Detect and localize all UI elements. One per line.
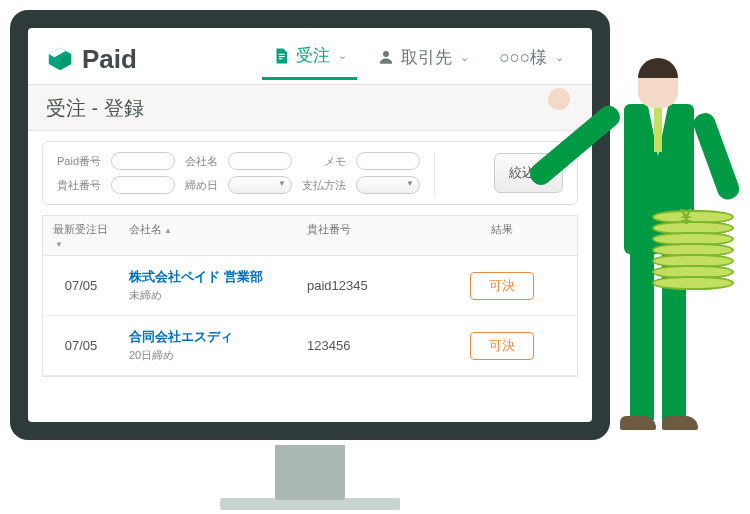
filter-memo-label: メモ	[302, 154, 346, 169]
yen-icon: ¥	[680, 204, 692, 230]
page-title: 受注 - 登録	[28, 85, 592, 131]
nav-orders[interactable]: 受注 ⌄	[262, 38, 357, 80]
filter-closing-select[interactable]	[228, 176, 292, 194]
cell-date: 07/05	[43, 278, 119, 293]
th-company[interactable]: 会社名▲	[119, 216, 297, 255]
chevron-down-icon: ⌄	[338, 49, 347, 62]
status-badge-approved[interactable]: 可決	[470, 332, 534, 360]
cell-your-no: paid12345	[297, 278, 427, 293]
orders-table: 最新受注日▼ 会社名▲ 貴社番号 結果 07/05 株式会社ペイド 営業部 未締…	[42, 215, 578, 377]
cell-date: 07/05	[43, 338, 119, 353]
filter-panel: Paid番号 会社名 メモ 貴社番号 締め日 支払方法 絞込み	[42, 141, 578, 205]
chevron-down-icon: ⌄	[460, 51, 469, 64]
chevron-down-icon: ⌄	[555, 51, 564, 64]
filter-company-input[interactable]	[228, 152, 292, 170]
cell-result: 可決	[427, 272, 577, 300]
document-icon	[272, 47, 290, 65]
svg-rect-3	[279, 53, 285, 54]
divider	[434, 152, 435, 194]
company-link[interactable]: 合同会社エスディ	[129, 328, 287, 346]
filter-your-no-input[interactable]	[111, 176, 175, 194]
filter-memo-input[interactable]	[356, 152, 420, 170]
sort-desc-icon: ▼	[55, 240, 63, 249]
filter-company-label: 会社名	[185, 154, 218, 169]
table-header: 最新受注日▼ 会社名▲ 貴社番号 結果	[43, 216, 577, 256]
brand-logo: Paid	[46, 44, 137, 75]
th-your-no: 貴社番号	[297, 216, 427, 255]
nav-partners[interactable]: 取引先 ⌄	[367, 40, 479, 79]
nav-user-menu[interactable]: ○○○様 ⌄	[489, 40, 574, 79]
nav-orders-label: 受注	[296, 44, 330, 67]
nav-user-label: ○○○様	[499, 46, 547, 69]
filter-payment-label: 支払方法	[302, 178, 346, 193]
paid-logo-icon	[46, 45, 74, 73]
filter-payment-select[interactable]	[356, 176, 420, 194]
nav-partners-label: 取引先	[401, 46, 452, 69]
cell-your-no: 123456	[297, 338, 427, 353]
person-icon	[377, 48, 395, 66]
table-row[interactable]: 07/05 合同会社エスディ 20日締め 123456 可決	[43, 316, 577, 376]
company-link[interactable]: 株式会社ペイド 営業部	[129, 268, 287, 286]
cell-company: 株式会社ペイド 営業部 未締め	[119, 268, 297, 303]
filter-paid-no-label: Paid番号	[57, 154, 101, 169]
svg-point-6	[383, 51, 389, 57]
svg-rect-5	[279, 58, 283, 59]
status-badge-approved[interactable]: 可決	[470, 272, 534, 300]
cell-result: 可決	[427, 332, 577, 360]
sort-asc-icon: ▲	[164, 226, 172, 235]
filter-paid-no-input[interactable]	[111, 152, 175, 170]
coin-stack-icon: ¥	[652, 210, 738, 296]
brand-name: Paid	[82, 44, 137, 75]
cell-company: 合同会社エスディ 20日締め	[119, 328, 297, 363]
closing-sub: 20日締め	[129, 348, 287, 363]
svg-rect-4	[279, 56, 285, 57]
filter-closing-label: 締め日	[185, 178, 218, 193]
filter-your-no-label: 貴社番号	[57, 178, 101, 193]
th-date[interactable]: 最新受注日▼	[43, 216, 119, 255]
th-result: 結果	[427, 216, 577, 255]
top-navbar: Paid 受注 ⌄ 取引先 ⌄ ○○○様 ⌄	[28, 28, 592, 85]
closing-sub: 未締め	[129, 288, 287, 303]
table-row[interactable]: 07/05 株式会社ペイド 営業部 未締め paid12345 可決	[43, 256, 577, 316]
